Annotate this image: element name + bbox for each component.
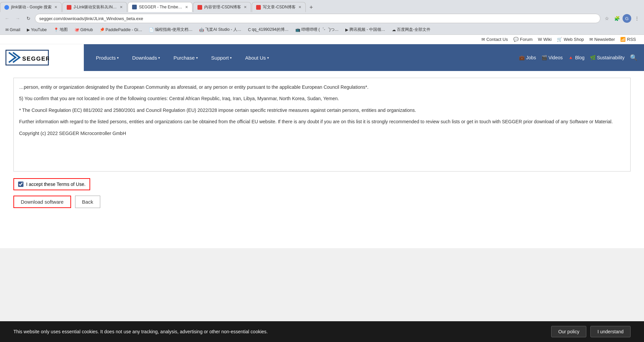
bookmark-item[interactable]: ▶腾讯视频 - 中国领… xyxy=(343,26,388,33)
tab-close-button[interactable]: ✕ xyxy=(120,5,123,9)
accept-checkbox[interactable] xyxy=(18,182,23,187)
forward-nav-button[interactable]: → xyxy=(13,14,22,23)
nav-item-about-us[interactable]: About Us▾ xyxy=(238,44,276,71)
download-software-button[interactable]: Download software xyxy=(13,196,71,208)
buttons-row: Download software Back xyxy=(13,196,631,208)
bookmark-item[interactable]: 📍地图 xyxy=(51,26,70,33)
tab-close-button[interactable]: ✕ xyxy=(185,5,188,9)
tab-close-button[interactable]: ✕ xyxy=(54,5,57,9)
accept-row: I accept these Terms of Use. xyxy=(13,178,631,190)
utility-link-web-shop[interactable]: 🛒Web Shop xyxy=(557,37,584,42)
toolbar-icons: ☆ 🧩 G ⋮ xyxy=(602,14,641,23)
terms-paragraph: Copyright (c) 2022 SEGGER Microcontrolle… xyxy=(19,130,625,137)
chevron-down-icon: ▾ xyxy=(158,56,160,60)
back-nav-button[interactable]: ← xyxy=(3,14,11,23)
tab-label: J-Link驱动安装和JLINK下载He… xyxy=(73,4,117,10)
nav-item-label: Purchase xyxy=(173,55,194,61)
nav-right-label: Blog xyxy=(575,55,584,60)
bookmark-label: 编程指南-使用文档… xyxy=(155,27,192,32)
bookmark-favicon: ▶ xyxy=(27,27,30,32)
bookmark-item[interactable]: 📺哔哩哔哩 (゜-゜)つ… xyxy=(293,26,341,33)
back-button[interactable]: Back xyxy=(75,196,100,208)
main-content: …person, entity or organization designat… xyxy=(0,71,644,221)
utility-icon: W xyxy=(538,37,542,42)
tab-label: SEGGER - The Embedded Exp… xyxy=(139,5,182,9)
nav-right-label: Jobs xyxy=(526,55,536,60)
nav-right-item-jobs[interactable]: 💼Jobs xyxy=(519,55,536,60)
nav-item-support[interactable]: Support▾ xyxy=(204,44,239,71)
browser-tab-tab1[interactable]: jlink驱动 - Google 搜索✕ xyxy=(0,2,62,12)
nav-right-item-blog[interactable]: 🔺Blog xyxy=(568,55,584,60)
bookmark-item[interactable]: 🤖飞桨AI Studio - 人… xyxy=(196,26,244,33)
browser-tab-tab2[interactable]: J-Link驱动安装和JLINK下载He…✕ xyxy=(62,2,127,12)
utility-label: Newsletter xyxy=(594,37,615,42)
bookmark-star-icon[interactable]: ☆ xyxy=(602,14,611,23)
bottom-spacer xyxy=(0,221,644,248)
bookmark-label: YouTube xyxy=(31,27,47,32)
utility-label: RSS xyxy=(627,37,636,42)
bookmark-favicon: ▶ xyxy=(345,27,348,32)
bookmark-favicon: C xyxy=(248,27,251,32)
terms-paragraph: …person, entity or organization designat… xyxy=(19,83,625,91)
tab-favicon xyxy=(4,5,9,10)
accept-label-wrapper[interactable]: I accept these Terms of Use. xyxy=(13,178,90,190)
bookmark-favicon: 📄 xyxy=(149,27,154,32)
browser-tab-tab5[interactable]: 写文章-CSDN博客✕ xyxy=(252,2,306,12)
nav-right: 💼Jobs🎬Videos🔺Blog🌿Sustainability🔍 xyxy=(512,54,644,61)
nav-right-item-videos[interactable]: 🎬Videos xyxy=(541,55,563,60)
address-input[interactable] xyxy=(35,14,600,23)
nav-right-item-sustainability[interactable]: 🌿Sustainability xyxy=(590,55,625,60)
bookmark-item[interactable]: ✉Gmail xyxy=(3,27,23,33)
svg-text:SEGGER: SEGGER xyxy=(22,55,49,62)
tab-bar: jlink驱动 - Google 搜索✕J-Link驱动安装和JLINK下载He… xyxy=(0,0,644,12)
bookmark-label: 地图 xyxy=(60,27,68,32)
bookmark-item[interactable]: Cqq_41990294的博… xyxy=(245,26,291,33)
extension-puzzle-icon[interactable]: 🧩 xyxy=(612,14,621,23)
utility-link-wiki[interactable]: WWiki xyxy=(538,37,552,42)
terms-paragraph: Further information with regard to the l… xyxy=(19,118,625,125)
utility-label: Forum xyxy=(520,37,533,42)
utility-link-newsletter[interactable]: ✉Newsletter xyxy=(589,37,615,42)
nav-item-products[interactable]: Products▾ xyxy=(89,44,125,71)
bookmark-label: GitHub xyxy=(80,27,93,32)
tab-favicon xyxy=(132,5,137,9)
bookmark-item[interactable]: 📄编程指南-使用文档… xyxy=(146,26,195,33)
bookmark-item[interactable]: 🐙GitHub xyxy=(72,27,96,33)
nav-links: Products▾Downloads▾Purchase▾Support▾Abou… xyxy=(84,44,512,71)
tab-close-button[interactable]: ✕ xyxy=(244,5,247,9)
bookmark-item[interactable]: 🏓PaddlePaddle - Gi… xyxy=(97,27,145,33)
nav-item-label: Products xyxy=(96,55,116,61)
nav-item-label: Downloads xyxy=(132,55,157,61)
nav-right-icon: 🎬 xyxy=(541,55,547,60)
bookmark-favicon: ☁ xyxy=(392,27,396,32)
nav-item-label: Support xyxy=(211,55,229,61)
terms-box[interactable]: …person, entity or organization designat… xyxy=(13,78,631,172)
terms-paragraph: 5) You confirm that you are not located … xyxy=(19,95,625,102)
utility-icon: 🛒 xyxy=(557,37,562,42)
nav-right-icon: 💼 xyxy=(519,55,525,60)
tab-favicon xyxy=(197,5,202,10)
tab-favicon xyxy=(67,5,71,10)
utility-link-contact-us[interactable]: ✉Contact Us xyxy=(481,37,508,42)
nav-item-downloads[interactable]: Downloads▾ xyxy=(125,44,167,71)
browser-tab-tab3[interactable]: SEGGER - The Embedded Exp…✕ xyxy=(128,2,192,12)
new-tab-button[interactable]: + xyxy=(306,3,316,12)
chevron-down-icon: ▾ xyxy=(267,56,269,60)
bookmark-item[interactable]: ▶YouTube xyxy=(24,27,49,33)
utility-link-rss[interactable]: 📶RSS xyxy=(620,37,636,42)
bookmark-item[interactable]: ☁百度网盘-全部文件 xyxy=(389,26,433,33)
bookmark-favicon: 🐙 xyxy=(74,27,79,32)
bookmark-label: 腾讯视频 - 中国领… xyxy=(349,27,385,32)
profile-avatar-icon[interactable]: G xyxy=(623,14,631,23)
bookmark-favicon: ✉ xyxy=(5,27,9,32)
search-button[interactable]: 🔍 xyxy=(630,54,637,61)
tab-close-button[interactable]: ✕ xyxy=(298,5,301,9)
tab-label: 写文章-CSDN博客 xyxy=(263,4,296,10)
nav-item-purchase[interactable]: Purchase▾ xyxy=(167,44,204,71)
refresh-button[interactable]: ↻ xyxy=(24,14,33,23)
bookmark-favicon: 🏓 xyxy=(100,27,105,32)
menu-dots-icon[interactable]: ⋮ xyxy=(633,14,641,23)
browser-tab-tab4[interactable]: 内容管理-CSDN博客✕ xyxy=(193,2,251,12)
utility-link-forum[interactable]: 💬Forum xyxy=(513,37,533,42)
bookmark-label: 哔哩哔哩 (゜-゜)つ… xyxy=(301,27,339,32)
